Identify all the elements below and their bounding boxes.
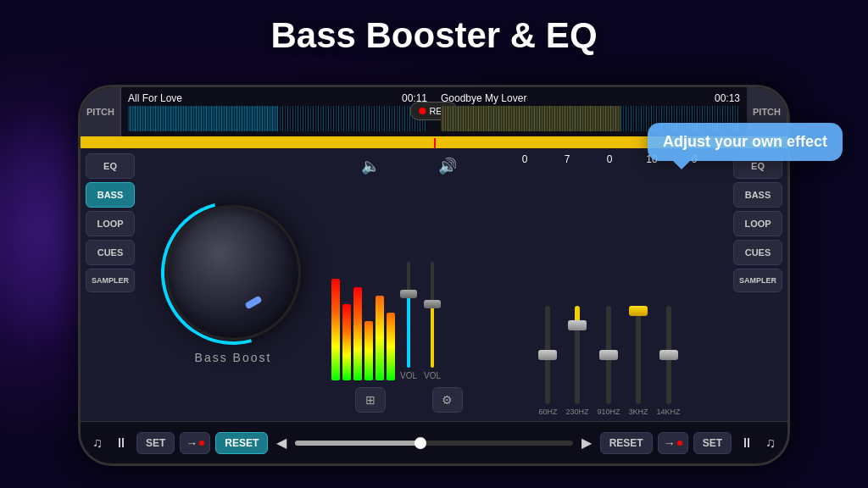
eq-thumb-60hz[interactable] <box>538 350 557 360</box>
eq-freq-230hz: 230HZ <box>565 408 588 416</box>
volume-icons: 🔈 🔊 <box>331 153 486 179</box>
eq-thumb-3khz[interactable] <box>629 306 648 316</box>
pause-left-button[interactable]: ⏸ <box>111 432 131 454</box>
grid-icon-button[interactable]: ⊞ <box>355 387 386 413</box>
right-loop-button[interactable]: LOOP <box>733 211 782 236</box>
right-vol-fader[interactable] <box>431 262 434 368</box>
vu-bar-6 <box>387 313 395 380</box>
right-fader-thumb[interactable] <box>424 300 441 308</box>
transport-bar: ♫ ⏸ SET → RESET ◀ ▶ RESET → SET ⏸ ♫ <box>81 421 787 463</box>
dot-red-right <box>677 441 682 446</box>
right-bass-button[interactable]: BASS <box>733 182 782 208</box>
right-vol-label: VOL <box>424 371 441 380</box>
eq-fader-230hz: 230HZ <box>565 306 588 416</box>
eq-track-3khz[interactable] <box>636 306 641 404</box>
left-vol-fader-col: VOL <box>400 262 417 380</box>
left-bass-button[interactable]: BASS <box>86 182 135 208</box>
settings-icon-button[interactable]: ⚙ <box>432 387 463 413</box>
vol-low-icon: 🔈 <box>361 157 380 175</box>
pause-right-button[interactable]: ⏸ <box>737 432 757 454</box>
vu-bar-4 <box>364 321 373 380</box>
left-loop-button[interactable]: LOOP <box>86 211 135 236</box>
eq-thumb-14khz[interactable] <box>659 350 678 360</box>
vu-bar-3 <box>353 287 362 380</box>
eq-freq-14khz: 14KHZ <box>657 408 681 416</box>
eq-sliders: 0 7 0 10 0 60HZ <box>491 148 728 421</box>
vu-bar-1 <box>331 279 340 380</box>
reset-right-button[interactable]: RESET <box>600 432 653 454</box>
pitch-left-button[interactable]: PITCH <box>81 87 121 136</box>
knob-area: Bass Boost <box>140 148 326 421</box>
music-note-left-icon[interactable]: ♫ <box>89 432 106 454</box>
vu-meters <box>331 262 395 380</box>
eq-thumb-230hz[interactable] <box>568 320 587 330</box>
right-track-info: Goodbye My Lover 00:13 <box>441 92 740 104</box>
eq-fader-910hz: 910HZ <box>597 306 620 416</box>
center-controls: 🔈 🔊 <box>326 148 491 421</box>
left-eq-button[interactable]: EQ <box>86 153 135 179</box>
left-fader-thumb[interactable] <box>400 290 417 298</box>
left-waveform-section: All For Love 00:11 <box>121 87 434 136</box>
right-cues-button[interactable]: CUES <box>733 240 782 265</box>
prev-icon[interactable]: ◀ <box>273 431 290 454</box>
progress-fill <box>295 441 420 446</box>
set-left-button[interactable]: SET <box>136 432 175 454</box>
fader-group: VOL VOL <box>400 262 441 380</box>
meters-faders: VOL VOL <box>331 182 486 380</box>
left-vol-fader[interactable] <box>407 262 410 368</box>
eq-thumb-910hz[interactable] <box>599 350 618 360</box>
right-track-name: Goodbye My Lover <box>441 92 526 104</box>
eq-freq-60hz: 60HZ <box>538 408 557 416</box>
right-controls: EQ BASS LOOP CUES SAMPLER <box>728 148 787 421</box>
right-sampler-button[interactable]: SAMPLER <box>733 269 782 292</box>
eq-track-14khz[interactable] <box>666 306 671 404</box>
left-fader-fill <box>407 294 410 369</box>
eq-track-60hz[interactable] <box>545 306 550 404</box>
left-track-name: All For Love <box>128 92 182 104</box>
eq-fader-60hz: 60HZ <box>538 306 557 416</box>
left-waveform <box>128 106 427 131</box>
knob-ring <box>135 175 331 371</box>
eq-fader-group: 60HZ 230HZ 91 <box>498 170 721 416</box>
progress-thumb[interactable] <box>415 437 426 449</box>
tooltip-text: Adjust your own effect <box>663 133 827 150</box>
eq-freq-3khz: 3KHZ <box>629 408 648 416</box>
eq-val-0: 0 <box>508 153 542 165</box>
knob-label: Bass Boost <box>195 351 272 364</box>
eq-val-0b: 0 <box>593 153 626 165</box>
right-track-time: 00:13 <box>715 92 740 104</box>
eq-track-230hz[interactable] <box>575 306 580 404</box>
left-track-info: All For Love 00:11 <box>128 92 427 104</box>
tooltip-bubble: Adjust your own effect <box>648 123 843 161</box>
waveform-progress <box>128 106 278 131</box>
dot-red-left <box>199 441 204 446</box>
right-vol-fader-col: VOL <box>424 262 441 380</box>
left-sampler-button[interactable]: SAMPLER <box>86 269 135 292</box>
eq-track-910hz[interactable] <box>606 306 611 404</box>
right-waveform-progress <box>441 106 620 131</box>
eq-fader-3khz: 3KHZ <box>629 306 648 416</box>
left-controls: EQ BASS LOOP CUES SAMPLER <box>81 148 140 421</box>
page-title: Bass Booster & EQ <box>270 15 597 56</box>
next-icon[interactable]: ▶ <box>578 431 595 454</box>
vu-bar-2 <box>342 304 351 380</box>
center-icons: ⊞ ⚙ <box>331 384 486 416</box>
progress-bar[interactable] <box>295 441 572 446</box>
music-note-right-icon[interactable]: ♫ <box>762 432 779 454</box>
vu-bar-5 <box>376 296 384 380</box>
set-right-button[interactable]: SET <box>693 432 732 454</box>
left-vol-label: VOL <box>400 371 417 380</box>
rec-dot <box>419 108 426 114</box>
eq-freq-910hz: 910HZ <box>597 408 620 416</box>
eq-val-7: 7 <box>550 153 584 165</box>
eq-fader-14khz: 14KHZ <box>657 306 681 416</box>
main-area: EQ BASS LOOP CUES SAMPLER Bass Boost 🔈 🔊 <box>81 148 787 421</box>
right-fader-fill <box>431 304 434 368</box>
arrow-right-right-button[interactable]: → <box>658 432 688 454</box>
bass-knob[interactable] <box>165 205 301 341</box>
reset-left-button[interactable]: RESET <box>215 432 268 454</box>
vol-high-icon: 🔊 <box>438 157 457 175</box>
arrow-right-left-button[interactable]: → <box>180 432 210 454</box>
left-cues-button[interactable]: CUES <box>86 240 135 265</box>
